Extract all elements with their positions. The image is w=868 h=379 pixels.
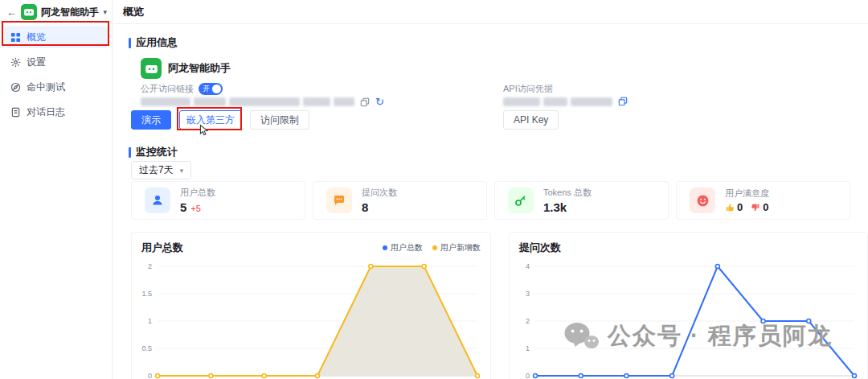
public-link-toggle[interactable]: 开 xyxy=(199,83,223,95)
svg-text:1.5: 1.5 xyxy=(141,290,152,298)
stat-card-satisfaction: 用户满意度 0 0 xyxy=(676,181,850,220)
sidebar-item-label: 设置 xyxy=(27,56,46,69)
sidebar-item-chat-logs[interactable]: 对话日志 xyxy=(4,101,108,123)
api-credentials-label-text: API访问凭据 xyxy=(503,83,553,95)
sidebar-item-label: 对话日志 xyxy=(27,105,65,119)
stat-value: 1.3k xyxy=(543,200,592,214)
legend-item-users-new[interactable]: 用户新增数 xyxy=(432,242,481,253)
key-icon xyxy=(508,187,534,213)
public-link-label-text: 公开访问链接 xyxy=(141,83,194,95)
thumb-up-count: 0 xyxy=(725,201,743,213)
chevron-down-icon[interactable]: ▾ xyxy=(103,8,107,16)
legend-dot-icon xyxy=(383,245,387,250)
stat-label: 提问次数 xyxy=(362,187,397,199)
mouse-cursor-icon xyxy=(199,124,210,139)
questions-chart-canvas[interactable]: 43210 xyxy=(513,260,862,379)
demo-button[interactable]: 演示 xyxy=(131,110,171,130)
toggle-knob xyxy=(212,84,221,93)
embed-third-party-button[interactable]: 嵌入第三方 xyxy=(179,110,242,130)
stat-value: 8 xyxy=(362,200,397,214)
users-chart-header: 用户总数 用户总数 用户新增数 xyxy=(132,233,490,258)
app-selector[interactable]: ← 阿龙智能助手 ▾ xyxy=(0,0,112,24)
svg-text:1: 1 xyxy=(526,344,530,352)
thumb-up-value: 0 xyxy=(737,201,743,213)
legend-label: 用户总数 xyxy=(391,242,423,253)
app-actions: 演示 嵌入第三方 访问限制 xyxy=(131,110,309,130)
watermark: 公众号 · 程序员阿龙 xyxy=(563,320,833,352)
users-chart-canvas[interactable]: 21.510.50 xyxy=(135,260,485,379)
svg-text:1: 1 xyxy=(148,317,152,325)
stat-cards: 用户总数 5 +5 提问次数 8 xyxy=(131,181,850,220)
sidebar-item-hit-test[interactable]: 命中测试 xyxy=(4,76,108,98)
page-title: 概览 xyxy=(113,0,868,24)
questions-chart-panel: 提问次数 43210 xyxy=(509,232,868,379)
stat-label: 用户总数 xyxy=(180,187,215,199)
sidebar-item-label: 概览 xyxy=(27,31,46,44)
section-title-app-info: 应用信息 xyxy=(129,35,178,50)
chevron-down-icon: ▾ xyxy=(180,167,184,175)
legend-label: 用户新增数 xyxy=(440,242,481,253)
app-logo-icon xyxy=(21,4,37,20)
sidebar-item-overview[interactable]: 概览 xyxy=(4,26,108,48)
app-selector-name: 阿龙智能助手 xyxy=(41,6,99,19)
gear-icon xyxy=(10,57,21,68)
stat-delta: +5 xyxy=(190,204,201,213)
refresh-icon[interactable]: ↻ xyxy=(375,97,384,107)
document-icon xyxy=(10,107,21,117)
svg-text:2: 2 xyxy=(148,262,152,270)
chart-legend: 用户总数 用户新增数 xyxy=(383,242,481,253)
watermark-text: 公众号 · 程序员阿龙 xyxy=(608,320,833,352)
app-title: 阿龙智能助手 xyxy=(168,61,231,76)
back-arrow-icon[interactable]: ← xyxy=(6,6,17,19)
date-range-select[interactable]: 过去7天 ▾ xyxy=(131,161,191,179)
api-key-button[interactable]: API Key xyxy=(503,110,559,130)
charts-row: 用户总数 用户总数 用户新增数 21.510.50 xyxy=(131,232,868,379)
app-logo-icon xyxy=(141,58,162,79)
smiley-icon xyxy=(690,187,715,213)
svg-text:0: 0 xyxy=(148,372,152,379)
thumb-down-icon xyxy=(751,203,760,212)
section-bar xyxy=(129,147,131,158)
api-key-action: API Key xyxy=(503,110,559,130)
wechat-icon xyxy=(563,320,600,352)
section-title-monitor: 监控统计 xyxy=(129,145,178,159)
questions-chart-header: 提问次数 xyxy=(510,233,867,258)
sidebar: ← 阿龙智能助手 ▾ 概览 设置 命中测试 对话日志 xyxy=(0,0,113,379)
stat-label: 用户满意度 xyxy=(725,187,769,200)
sidebar-item-settings[interactable]: 设置 xyxy=(4,51,108,73)
sidebar-menu: 概览 设置 命中测试 对话日志 xyxy=(0,26,112,123)
thumb-down-count: 0 xyxy=(751,201,768,213)
section-title-text: 应用信息 xyxy=(136,35,178,50)
users-chart-panel: 用户总数 用户总数 用户新增数 21.510.50 xyxy=(131,232,491,379)
svg-text:3: 3 xyxy=(526,290,530,298)
copy-icon[interactable] xyxy=(360,97,370,107)
thumb-down-value: 0 xyxy=(763,201,768,213)
stat-value-number: 8 xyxy=(362,200,368,214)
satisfaction-values: 0 0 xyxy=(725,201,769,213)
section-title-text: 监控统计 xyxy=(136,145,178,159)
grid-icon xyxy=(10,32,21,43)
legend-item-users-total[interactable]: 用户总数 xyxy=(383,242,423,253)
app-identity: 阿龙智能助手 xyxy=(141,58,231,79)
date-range-value: 过去7天 xyxy=(139,163,174,177)
toggle-on-label: 开 xyxy=(203,84,210,94)
stat-value: 5 +5 xyxy=(180,200,215,214)
svg-text:2: 2 xyxy=(526,317,530,325)
svg-text:4: 4 xyxy=(526,262,530,270)
stat-value-number: 1.3k xyxy=(543,200,567,214)
svg-text:0.5: 0.5 xyxy=(141,344,152,352)
api-credentials-value xyxy=(503,97,628,106)
chat-bubble-icon xyxy=(326,187,352,213)
legend-dot-icon xyxy=(432,245,437,250)
redacted-api-credentials xyxy=(503,97,612,106)
sidebar-item-label: 命中测试 xyxy=(27,80,65,94)
stat-card-users: 用户总数 5 +5 xyxy=(131,181,305,220)
access-limit-button[interactable]: 访问限制 xyxy=(250,110,309,130)
public-link-value: ↻ xyxy=(141,97,384,107)
thumb-up-icon xyxy=(725,203,735,212)
redacted-link xyxy=(141,97,354,106)
target-icon xyxy=(10,82,21,93)
copy-icon[interactable] xyxy=(618,97,628,106)
stat-card-tokens: Tokens 总数 1.3k xyxy=(494,181,669,220)
svg-text:0: 0 xyxy=(526,372,530,379)
